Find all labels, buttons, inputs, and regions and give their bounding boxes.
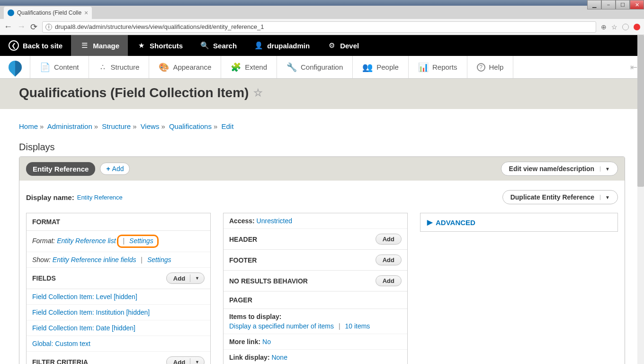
chevron-down-icon[interactable]: ▼ <box>190 358 204 364</box>
nav-reload-icon[interactable]: ⟳ <box>30 22 37 32</box>
format-heading: FORMAT <box>27 213 210 231</box>
fields-heading: FIELDS Add▼ <box>27 268 210 289</box>
chevron-down-icon[interactable]: ▼ <box>190 274 204 282</box>
devel-button[interactable]: ⚙ Devel <box>318 35 367 56</box>
menu-help[interactable]: ?Help <box>467 56 514 78</box>
items-row: Items to display: Display a specified nu… <box>224 309 407 334</box>
add-footer-button[interactable]: Add <box>376 255 402 265</box>
field-item[interactable]: Field Collection Item: Level [hidden] <box>32 293 137 300</box>
noresults-heading: NO RESULTS BEHAVIOR Add <box>224 271 407 291</box>
nav-back-icon[interactable]: ← <box>4 22 12 32</box>
add-display-button[interactable]: +Add <box>100 163 130 175</box>
filter-h-text: FILTER CRITERIA <box>32 358 88 364</box>
drupal-logo[interactable] <box>0 56 30 78</box>
show-settings-link[interactable]: Settings <box>147 256 171 264</box>
crumb-edit[interactable]: Edit <box>221 122 233 130</box>
display-tab-active[interactable]: Entity Reference <box>26 162 95 176</box>
menu-extend[interactable]: 🧩Extend <box>221 56 277 78</box>
items-label: Items to display: <box>229 313 402 320</box>
display-name-row: Display name: Entity Reference Duplicate… <box>26 187 618 213</box>
format-column: FORMAT Format: Entity Reference list | S… <box>26 213 211 364</box>
star-filled-icon: ★ <box>136 41 146 50</box>
extension-icon[interactable] <box>634 24 640 30</box>
scrollbar[interactable] <box>637 35 644 364</box>
format-value-link[interactable]: Entity Reference list <box>57 237 116 245</box>
window-iconify[interactable]: ▁ <box>587 0 601 9</box>
favorite-star-icon[interactable]: ☆ <box>253 87 263 99</box>
menu-extend-label: Extend <box>245 63 267 71</box>
footer-h-text: FOOTER <box>229 256 257 264</box>
pager-heading: PAGER <box>224 291 407 309</box>
add-field-label: Add <box>173 275 185 282</box>
link-display-row: Link display: None <box>224 350 407 364</box>
field-item[interactable]: Field Collection Item: Institution [hidd… <box>32 309 150 316</box>
search-button[interactable]: 🔍 Search <box>191 35 245 56</box>
scroll-thumb[interactable] <box>637 35 644 187</box>
linkdisp-label: Link display: <box>229 354 270 361</box>
zoom-icon[interactable]: ⊕ <box>601 23 607 31</box>
favicon-icon <box>8 9 14 16</box>
add-header-button[interactable]: Add <box>376 234 402 245</box>
menu-structure-label: Structure <box>111 63 140 71</box>
tab-bar: Qualifications (Field Colle × <box>0 6 644 19</box>
search-icon: 🔍 <box>200 41 209 50</box>
window-maximize[interactable]: ☐ <box>616 0 630 9</box>
user-icon: 👤 <box>254 41 263 50</box>
menu-configuration[interactable]: 🔧Configuration <box>277 56 353 78</box>
page-title: Qualifications (Field Collection Item) ☆ <box>19 85 625 100</box>
items-count-link[interactable]: 10 items <box>345 322 370 330</box>
gear-icon: ⚙ <box>327 41 336 50</box>
shortcuts-button[interactable]: ★ Shortcuts <box>128 35 191 56</box>
window-minimize[interactable]: − <box>601 0 616 9</box>
menu-config-label: Configuration <box>301 63 343 71</box>
chevron-down-icon[interactable]: ▼ <box>600 195 610 200</box>
plus-icon: + <box>106 165 110 173</box>
display-name-link[interactable]: Entity Reference <box>77 194 123 201</box>
tab-close-icon[interactable]: × <box>84 9 88 17</box>
show-value-link[interactable]: Entity Reference inline fields <box>53 256 136 264</box>
field-item[interactable]: Field Collection Item: Date [hidden] <box>32 324 135 332</box>
add-filter-button[interactable]: Add▼ <box>166 356 205 364</box>
menu-content[interactable]: 📄Content <box>30 56 89 78</box>
advanced-label: ADVANCED <box>436 218 475 227</box>
star-icon[interactable]: ☆ <box>611 23 617 31</box>
more-value-link[interactable]: No <box>262 338 271 346</box>
manage-button[interactable]: ☰ Manage <box>71 35 128 56</box>
format-label: Format: <box>32 237 55 245</box>
crumb-views[interactable]: Views <box>141 122 160 130</box>
user-button[interactable]: 👤 drupaladmin <box>245 35 318 56</box>
chevron-down-icon[interactable]: ▼ <box>600 166 610 172</box>
items-value-link[interactable]: Display a specified number of items <box>229 322 334 330</box>
menu-reports[interactable]: 📊Reports <box>409 56 467 78</box>
add-field-button[interactable]: Add▼ <box>166 273 205 284</box>
menu-structure[interactable]: ⛬Structure <box>89 56 150 78</box>
duplicate-display-button[interactable]: Duplicate Entity Reference▼ <box>502 190 618 204</box>
add-noresults-button[interactable]: Add <box>376 275 402 286</box>
devel-label: Devel <box>340 42 359 50</box>
profile-icon[interactable] <box>622 24 629 30</box>
menu-people[interactable]: 👥People <box>353 56 409 78</box>
window-close[interactable]: ✕ <box>630 0 644 9</box>
url-text: drupal8.dev/admin/structure/views/view/q… <box>55 23 264 30</box>
shortcuts-label: Shortcuts <box>150 42 183 50</box>
format-settings-link[interactable]: Settings <box>129 237 153 245</box>
extend-icon: 🧩 <box>231 62 241 73</box>
crumb-qual[interactable]: Qualifications <box>169 122 212 130</box>
advanced-toggle[interactable]: ▶ ADVANCED <box>420 213 617 231</box>
crumb-admin[interactable]: Administration <box>47 122 92 130</box>
access-value-link[interactable]: Unrestricted <box>257 217 292 225</box>
menu-appearance[interactable]: 🎨Appearance <box>149 56 221 78</box>
duplicate-label: Duplicate Entity Reference <box>510 193 594 201</box>
field-item[interactable]: Global: Custom text <box>32 340 90 347</box>
linkdisp-value-link[interactable]: None <box>271 354 287 361</box>
menu-appearance-label: Appearance <box>173 63 211 71</box>
show-row: Show: Entity Reference inline fields | S… <box>27 252 210 268</box>
crumb-structure[interactable]: Structure <box>102 122 131 130</box>
crumb-home[interactable]: Home <box>19 122 38 130</box>
url-input[interactable]: i drupal8.dev/admin/structure/views/view… <box>42 21 596 33</box>
back-to-site-button[interactable]: ❮ Back to site <box>0 35 71 56</box>
more-link-row: More link: No <box>224 334 407 350</box>
edit-view-desc-button[interactable]: Edit view name/description▼ <box>501 162 618 176</box>
nav-forward-icon[interactable]: → <box>17 22 26 32</box>
browser-tab[interactable]: Qualifications (Field Colle × <box>4 7 92 19</box>
